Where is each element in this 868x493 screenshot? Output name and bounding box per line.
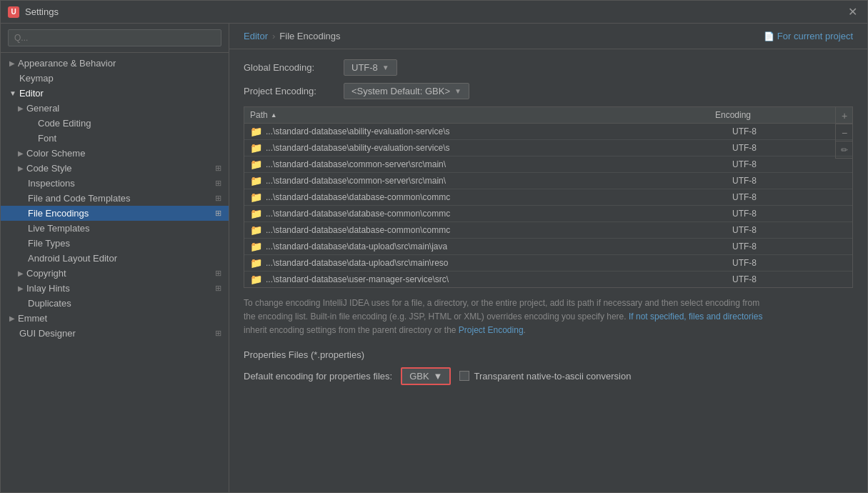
table-row[interactable]: 📁 ...\standard-database\user-manager-ser… <box>244 272 852 287</box>
title-bar: U Settings ✕ <box>1 1 867 24</box>
close-button[interactable]: ✕ <box>845 5 860 19</box>
sidebar-item-editor[interactable]: ▼ Editor <box>1 86 229 101</box>
sort-asc-icon: ▲ <box>271 111 277 119</box>
sidebar-item-file-code-templates[interactable]: File and Code Templates ⊞ <box>1 191 229 206</box>
collapse-arrow: ▶ <box>18 149 24 157</box>
sidebar-item-font[interactable]: Font <box>1 131 229 146</box>
sidebar-item-label: Keymap <box>19 73 54 84</box>
sidebar-item-label: Copyright <box>26 268 66 279</box>
folder-icon: 📁 <box>250 208 262 219</box>
sidebar-item-label: Appearance & Behavior <box>18 58 116 69</box>
remove-button[interactable]: − <box>836 124 853 141</box>
sidebar-item-live-templates[interactable]: Live Templates <box>1 221 229 236</box>
sidebar-item-label: General <box>26 103 59 114</box>
table-header: Path ▲ Encoding <box>244 107 852 124</box>
sidebar-item-duplicates[interactable]: Duplicates <box>1 296 229 311</box>
table-row[interactable]: 📁 ...\standard-database\data-upload\src\… <box>244 255 852 272</box>
collapse-arrow: ▶ <box>18 104 24 112</box>
project-encoding-row: Project Encoding: <System Default: GBK> … <box>244 83 853 99</box>
row-encoding: UTF-8 <box>732 126 847 136</box>
gbk-dropdown[interactable]: GBK ▼ <box>401 367 451 385</box>
settings-window: U Settings ✕ ▶ Appearance & Behavior Key… <box>0 0 868 493</box>
table-row[interactable]: 📁 ...\standard-database\data-upload\src\… <box>244 239 852 255</box>
hint-text-2: the encoding list. Built-in file encodin… <box>244 312 629 322</box>
global-encoding-label: Global Encoding: <box>244 62 336 73</box>
table-row[interactable]: 📁 ...\standard-database\database-common\… <box>244 206 852 222</box>
dropdown-caret-icon: ▼ <box>382 64 389 71</box>
row-path: 📁 ...\standard-database\ability-evaluati… <box>250 142 732 154</box>
col-path-header: Path ▲ <box>250 110 715 120</box>
sidebar-item-label: Duplicates <box>28 298 71 309</box>
file-icon: 📄 <box>764 31 774 41</box>
sidebar-item-color-scheme[interactable]: ▶ Color Scheme <box>1 146 229 161</box>
folder-icon: 📁 <box>250 257 262 269</box>
row-encoding: UTF-8 <box>732 192 847 202</box>
row-path: 📁 ...\standard-database\data-upload\src\… <box>250 257 732 269</box>
inspections-badge: ⊞ <box>215 179 221 188</box>
table-action-buttons: + − ✏ <box>835 107 852 159</box>
sidebar-item-label: Font <box>38 133 56 144</box>
sidebar-item-inspections[interactable]: Inspections ⊞ <box>1 176 229 191</box>
encodings-table: Path ▲ Encoding 📁 ...\standard-database\… <box>244 106 853 288</box>
hint-text-4: . <box>524 325 526 335</box>
global-encoding-row: Global Encoding: UTF-8 ▼ <box>244 59 853 76</box>
table-row[interactable]: 📁 ...\standard-database\common-server\sr… <box>244 173 852 189</box>
hint-link-not-specified[interactable]: If not specified, files and directories <box>629 312 762 322</box>
table-row[interactable]: 📁 ...\standard-database\common-server\sr… <box>244 156 852 173</box>
sidebar-item-gui-designer[interactable]: GUI Designer ⊞ <box>1 326 229 341</box>
project-encoding-dropdown[interactable]: <System Default: GBK> ▼ <box>344 83 469 99</box>
sidebar-item-label: Code Editing <box>38 118 91 129</box>
sidebar-item-appearance[interactable]: ▶ Appearance & Behavior <box>1 56 229 71</box>
row-path: 📁 ...\standard-database\common-server\sr… <box>250 175 732 186</box>
search-input[interactable] <box>8 29 221 46</box>
add-button[interactable]: + <box>836 107 853 124</box>
file-encodings-badge: ⊞ <box>215 209 221 218</box>
sidebar-item-label: Emmet <box>18 313 47 324</box>
dropdown-caret-icon: ▼ <box>454 87 462 95</box>
row-path: 📁 ...\standard-database\data-upload\src\… <box>250 241 732 252</box>
table-row[interactable]: 📁 ...\standard-database\ability-evaluati… <box>244 124 852 140</box>
collapse-arrow: ▶ <box>9 59 15 67</box>
table-row[interactable]: 📁 ...\standard-database\database-common\… <box>244 189 852 206</box>
global-encoding-value: UTF-8 <box>351 62 378 73</box>
folder-icon: 📁 <box>250 274 262 285</box>
folder-icon: 📁 <box>250 159 262 170</box>
sidebar-item-keymap[interactable]: Keymap <box>1 71 229 86</box>
sidebar-item-file-types[interactable]: File Types <box>1 236 229 251</box>
sidebar-item-general[interactable]: ▶ General <box>1 101 229 116</box>
hint-link-project-encoding[interactable]: Project Encoding <box>459 325 524 335</box>
properties-section-title: Properties Files (*.properties) <box>244 349 853 360</box>
transparent-label: Transparent native-to-ascii conversion <box>474 371 631 382</box>
sidebar-item-android-layout[interactable]: Android Layout Editor <box>1 251 229 266</box>
table-row[interactable]: 📁 ...\standard-database\ability-evaluati… <box>244 140 852 156</box>
sidebar-item-label: GUI Designer <box>19 328 76 339</box>
table-row[interactable]: 📁 ...\standard-database\database-common\… <box>244 222 852 239</box>
collapse-arrow: ▶ <box>9 314 15 322</box>
sidebar-item-copyright[interactable]: ▶ Copyright ⊞ <box>1 266 229 281</box>
hint-text: To change encoding IntelliJ IDEA uses fo… <box>244 297 853 338</box>
sidebar-item-label: Inlay Hints <box>26 283 70 294</box>
app-icon: U <box>8 6 19 18</box>
folder-icon: 📁 <box>250 126 262 137</box>
global-encoding-dropdown[interactable]: UTF-8 ▼ <box>344 59 397 76</box>
sidebar-item-emmet[interactable]: ▶ Emmet <box>1 311 229 326</box>
for-current-project-link[interactable]: 📄 For current project <box>764 31 853 41</box>
search-box <box>1 24 229 53</box>
props-default-label: Default encoding for properties files: <box>244 371 392 382</box>
sidebar-item-code-style[interactable]: ▶ Code Style ⊞ <box>1 161 229 176</box>
settings-tree: ▶ Appearance & Behavior Keymap ▼ Editor … <box>1 53 229 492</box>
transparent-checkbox-area: Transparent native-to-ascii conversion <box>459 371 631 382</box>
sidebar-item-file-encodings[interactable]: File Encodings ⊞ <box>1 206 229 221</box>
transparent-checkbox[interactable] <box>459 371 469 381</box>
breadcrumb-editor[interactable]: Editor <box>244 31 268 41</box>
row-encoding: UTF-8 <box>732 143 847 153</box>
window-title: Settings <box>25 6 59 17</box>
sidebar-item-code-editing[interactable]: Code Editing <box>1 116 229 131</box>
sidebar-item-label: File Types <box>28 238 70 249</box>
sidebar-item-label: Android Layout Editor <box>28 253 117 264</box>
row-path: 📁 ...\standard-database\database-common\… <box>250 208 732 219</box>
collapse-arrow: ▶ <box>18 164 24 172</box>
sidebar-item-label: Inspections <box>28 178 75 189</box>
sidebar-item-inlay-hints[interactable]: ▶ Inlay Hints ⊞ <box>1 281 229 296</box>
edit-button[interactable]: ✏ <box>836 141 853 159</box>
